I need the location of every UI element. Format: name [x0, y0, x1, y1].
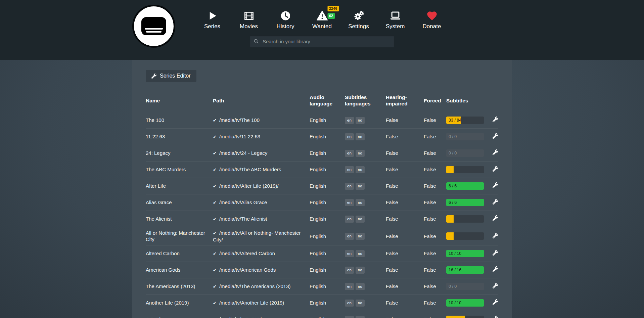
- nav-settings[interactable]: Settings: [340, 9, 377, 30]
- audio-language: English: [310, 164, 345, 175]
- subtitles-progress: 0 / 0: [446, 149, 484, 157]
- subtitles-languages: enno: [345, 131, 386, 143]
- row-actions: [493, 297, 498, 309]
- series-editor-button[interactable]: Series Editor: [146, 70, 196, 82]
- nav-series[interactable]: Series: [194, 9, 231, 30]
- subtitles-progress: [446, 232, 484, 240]
- row-actions: [493, 264, 498, 276]
- table-row: All or Nothing: Manchester City ✔/media/…: [146, 227, 498, 245]
- hearing-impaired: False: [386, 264, 424, 276]
- check-icon: ✔: [213, 217, 217, 222]
- subtitles-cell: 13 / 26: [446, 313, 486, 318]
- subtitles-progress: 6 / 6: [446, 182, 484, 190]
- wanted-count-badge-warning: 2246: [327, 6, 339, 11]
- series-path: /media/tv/Altered Carbon: [219, 251, 275, 256]
- check-icon: ✔: [213, 200, 217, 205]
- hearing-impaired: False: [386, 281, 424, 292]
- row-actions: [493, 280, 498, 292]
- subtitles-progress: 16 / 16: [446, 266, 484, 274]
- series-path: /media/tv/A.P. BIO/: [219, 316, 262, 318]
- col-audio-language: Audio language: [310, 91, 345, 112]
- language-badge: no: [356, 267, 365, 274]
- hearing-impaired: False: [386, 131, 424, 142]
- wrench-icon[interactable]: [493, 117, 498, 122]
- main-nav: Series Movies History 2246 62: [194, 9, 450, 30]
- series-path-cell: ✔/media/tv/American Gods: [213, 264, 310, 276]
- series-path: /media/tv/American Gods: [219, 267, 276, 273]
- subtitles-progress: 6 / 6: [446, 199, 484, 206]
- bazarr-logo[interactable]: [132, 5, 175, 48]
- nav-label: Series: [204, 23, 220, 30]
- wrench-icon[interactable]: [493, 133, 498, 139]
- wrench-icon[interactable]: [493, 199, 498, 205]
- top-bar: Series Movies History 2246 62: [0, 0, 644, 60]
- language-badge: no: [356, 316, 365, 318]
- gears-icon: [353, 9, 364, 21]
- language-badge: en: [345, 133, 354, 140]
- subtitles-cell: 0 / 0: [446, 280, 486, 292]
- series-name: Altered Carbon: [146, 248, 213, 259]
- wrench-icon[interactable]: [493, 316, 498, 318]
- forced: False: [424, 164, 446, 175]
- nav-history[interactable]: History: [267, 9, 304, 30]
- col-hearing-impaired: Hearing-impaired: [386, 91, 424, 112]
- wrench-icon[interactable]: [493, 149, 498, 155]
- nav-donate[interactable]: Donate: [414, 9, 450, 30]
- row-actions: [493, 230, 498, 242]
- nav-label: Movies: [240, 23, 258, 30]
- language-badge: en: [345, 233, 354, 240]
- series-path-cell: ✔/media/tv/Alias Grace: [213, 197, 310, 208]
- wrench-icon[interactable]: [493, 299, 498, 305]
- table-row: The Alienist ✔/media/tv/The Alienist Eng…: [146, 211, 498, 227]
- wrench-icon[interactable]: [493, 266, 498, 272]
- nav-wanted[interactable]: 2246 62 Wanted: [304, 9, 340, 30]
- table-row: Alias Grace ✔/media/tv/Alias Grace Engli…: [146, 194, 498, 211]
- nav-label: Settings: [348, 23, 369, 30]
- series-path: /media/tv/After Life (2019)/: [219, 183, 279, 189]
- series-path: /media/tv/All or Nothing- Manchester Cit…: [213, 230, 301, 242]
- nav-movies[interactable]: Movies: [231, 9, 267, 30]
- forced: False: [424, 147, 446, 159]
- clock-icon: [280, 9, 291, 21]
- search-input[interactable]: [262, 38, 390, 45]
- language-badge: no: [356, 133, 365, 140]
- subtitles-languages: enno: [345, 196, 386, 209]
- subtitles-progress: 0 / 0: [446, 283, 484, 290]
- language-badge: en: [345, 166, 354, 173]
- wrench-icon[interactable]: [493, 215, 498, 221]
- wrench-icon[interactable]: [493, 233, 498, 238]
- row-actions: [493, 164, 498, 176]
- subtitles-languages: enno: [345, 114, 386, 126]
- table-row: American Gods ✔/media/tv/American Gods E…: [146, 262, 498, 278]
- language-badge: no: [356, 150, 365, 157]
- language-badge: no: [356, 216, 365, 223]
- subtitles-cell: 33 / 84: [446, 114, 486, 126]
- row-actions: [493, 114, 498, 126]
- subtitles-progress: 10 / 10: [446, 299, 484, 307]
- series-path-cell: ✔/media/tv/The ABC Murders: [213, 164, 310, 175]
- heart-icon: [426, 9, 438, 21]
- series-name: The 100: [146, 115, 213, 126]
- wrench-icon[interactable]: [493, 182, 498, 188]
- col-actions: [486, 97, 498, 105]
- hearing-impaired: False: [386, 314, 424, 318]
- series-name: The Alienist: [146, 213, 213, 225]
- subtitles-cell: 10 / 10: [446, 297, 486, 309]
- wrench-icon[interactable]: [493, 166, 498, 172]
- check-icon: ✔: [213, 184, 217, 189]
- col-forced: Forced: [424, 94, 446, 108]
- wrench-icon[interactable]: [493, 283, 498, 288]
- nav-system[interactable]: System: [377, 9, 414, 30]
- hearing-impaired: False: [386, 180, 424, 192]
- hearing-impaired: False: [386, 147, 424, 159]
- row-actions: [493, 147, 498, 159]
- check-icon: ✔: [213, 268, 217, 273]
- subtitles-languages: enno: [345, 180, 386, 192]
- language-badge: no: [356, 250, 365, 257]
- language-badge: no: [356, 117, 365, 124]
- series-name: All or Nothing: Manchester City: [146, 227, 213, 245]
- progress-fill: [446, 232, 454, 240]
- wrench-icon[interactable]: [493, 250, 498, 256]
- subtitles-cell: [446, 230, 486, 242]
- progress-label: 0 / 0: [449, 283, 457, 290]
